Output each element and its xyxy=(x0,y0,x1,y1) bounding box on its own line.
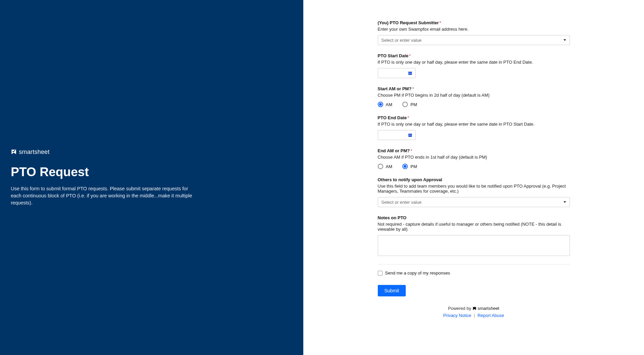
checkbox-icon xyxy=(378,271,382,276)
copy-checkbox-label: Send me a copy of my responses xyxy=(385,270,450,276)
svg-rect-8 xyxy=(409,135,410,135)
form-panel: (You) PTO Request Submitter* Enter your … xyxy=(303,0,644,355)
end-ampm-help: Choose AM if PTO ends in 1st half of day… xyxy=(378,155,570,160)
notify-select[interactable]: Select or enter value xyxy=(378,197,570,207)
radio-icon xyxy=(402,164,408,169)
end-ampm-label: End AM or PM? xyxy=(378,148,410,153)
svg-rect-1 xyxy=(408,72,412,72)
svg-rect-2 xyxy=(408,73,409,73)
submit-button[interactable]: Submit xyxy=(378,285,406,296)
end-date-label: PTO End Date xyxy=(378,115,407,120)
start-ampm-radio-am[interactable]: AM xyxy=(378,102,393,107)
radio-label-am: AM xyxy=(386,102,393,107)
start-ampm-help: Choose PM if PTO begins in 2d half of da… xyxy=(378,93,570,98)
notes-help: Not required - capture details if useful… xyxy=(378,222,570,232)
required-indicator: * xyxy=(409,53,411,58)
smartsheet-checkmark-icon xyxy=(11,149,17,155)
privacy-notice-link[interactable]: Privacy Notice xyxy=(443,313,471,318)
submitter-select[interactable]: Select or enter value xyxy=(378,35,570,45)
end-ampm-radio-am[interactable]: AM xyxy=(378,164,393,169)
submitter-help: Enter your own Swampfox email address he… xyxy=(378,27,570,32)
field-end-date: PTO End Date* If PTO is only one day or … xyxy=(378,115,570,140)
report-abuse-link[interactable]: Report Abuse xyxy=(478,313,504,318)
brand-name: smartsheet xyxy=(19,149,50,156)
radio-label-pm: PM xyxy=(410,164,417,169)
notes-label: Notes on PTO xyxy=(378,215,407,220)
start-date-help: If PTO is only one day or half day, plea… xyxy=(378,60,570,65)
start-date-input[interactable] xyxy=(378,68,416,78)
notify-label: Others to notify upon Approval xyxy=(378,177,442,182)
end-date-input[interactable] xyxy=(378,130,416,140)
footer-brand-logo: smartsheet xyxy=(472,306,499,311)
field-end-ampm: End AM or PM?* Choose AM if PTO ends in … xyxy=(378,148,570,169)
start-ampm-label: Start AM or PM? xyxy=(378,86,412,91)
required-indicator: * xyxy=(410,148,412,153)
field-start-ampm: Start AM or PM?* Choose PM if PTO begins… xyxy=(378,86,570,107)
field-notes: Notes on PTO Not required - capture deta… xyxy=(378,215,570,256)
field-start-date: PTO Start Date* If PTO is only one day o… xyxy=(378,53,570,78)
required-indicator: * xyxy=(412,86,414,91)
form-footer: Powered by smartsheet Privacy Notice | R… xyxy=(378,306,570,325)
field-notify: Others to notify upon Approval Use this … xyxy=(378,177,570,207)
end-date-help: If PTO is only one day or half day, plea… xyxy=(378,122,570,127)
footer-brand-name: smartsheet xyxy=(478,306,499,311)
calendar-icon xyxy=(408,133,412,137)
radio-icon xyxy=(378,164,383,169)
page-title: PTO Request xyxy=(11,165,293,179)
required-indicator: * xyxy=(439,20,441,25)
powered-by-text: Powered by xyxy=(448,306,471,311)
divider xyxy=(378,264,570,264)
left-panel: smartsheet PTO Request Use this form to … xyxy=(0,0,303,355)
submitter-label: (You) PTO Request Submitter xyxy=(378,20,439,25)
notify-help: Use this field to add team members you w… xyxy=(378,184,570,194)
svg-rect-7 xyxy=(408,135,409,135)
end-ampm-radio-pm[interactable]: PM xyxy=(402,164,417,169)
start-date-label: PTO Start Date xyxy=(378,53,409,58)
chevron-down-icon xyxy=(563,39,566,41)
chevron-down-icon xyxy=(563,201,566,203)
svg-rect-9 xyxy=(410,135,411,135)
radio-icon xyxy=(402,102,408,107)
notify-placeholder: Select or enter value xyxy=(381,200,422,205)
notes-textarea[interactable] xyxy=(378,235,570,256)
svg-rect-3 xyxy=(409,73,410,73)
radio-label-pm: PM xyxy=(410,102,417,107)
submitter-placeholder: Select or enter value xyxy=(381,38,422,43)
required-indicator: * xyxy=(407,115,409,120)
page-description: Use this form to submit formal PTO reque… xyxy=(11,185,200,206)
radio-icon xyxy=(378,102,383,107)
copy-checkbox-row[interactable]: Send me a copy of my responses xyxy=(378,270,570,276)
svg-rect-4 xyxy=(410,73,411,73)
start-ampm-radio-pm[interactable]: PM xyxy=(402,102,417,107)
field-submitter: (You) PTO Request Submitter* Enter your … xyxy=(378,20,570,45)
radio-label-am: AM xyxy=(386,164,393,169)
footer-separator: | xyxy=(474,313,475,318)
calendar-icon xyxy=(408,71,412,75)
brand-logo: smartsheet xyxy=(11,149,293,156)
svg-rect-6 xyxy=(408,134,412,134)
